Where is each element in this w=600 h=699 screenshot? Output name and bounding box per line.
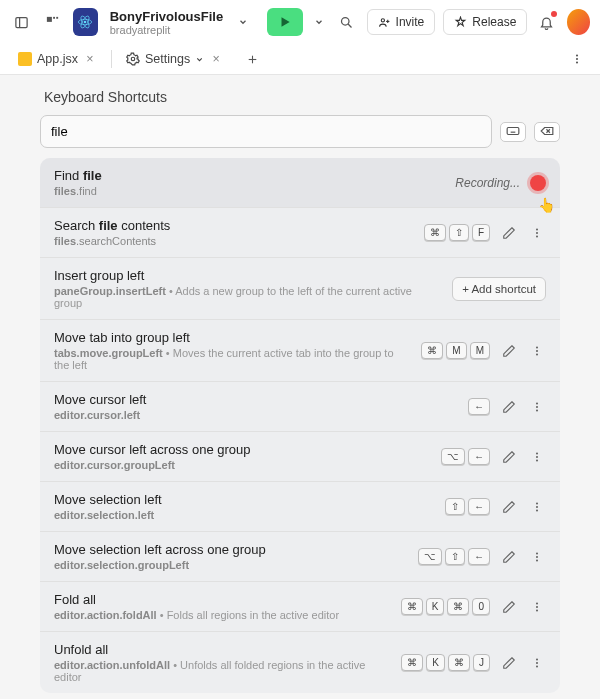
shortcut-row[interactable]: Move selection left across one groupedit… [40, 532, 560, 582]
recording-indicator[interactable]: 👆 [530, 175, 546, 191]
key-badge: J [473, 654, 490, 671]
new-tab-button[interactable] [239, 46, 265, 72]
edit-shortcut-button[interactable] [500, 398, 518, 416]
layout-button[interactable] [41, 9, 64, 35]
project-dropdown-button[interactable] [235, 9, 251, 35]
key-badge: K [426, 598, 445, 615]
shortcut-row[interactable]: Insert group leftpaneGroup.insertLeft • … [40, 258, 560, 320]
release-label: Release [472, 15, 516, 29]
notification-dot [551, 11, 557, 17]
react-icon [77, 14, 93, 30]
run-button[interactable] [267, 8, 303, 36]
shortcut-more-button[interactable] [528, 224, 546, 242]
shortcut-more-button[interactable] [528, 654, 546, 672]
shortcut-title: Move cursor left across one group [54, 442, 431, 457]
svg-marker-9 [282, 17, 290, 26]
shortcut-title: Move selection left [54, 492, 435, 507]
shortcut-title: Move cursor left [54, 392, 458, 407]
shortcut-more-button[interactable] [528, 342, 546, 360]
shortcut-command: files.find [54, 185, 445, 197]
shortcut-row[interactable]: Search file contentsfiles.searchContents… [40, 208, 560, 258]
edit-shortcut-button[interactable] [500, 498, 518, 516]
notifications-button[interactable] [535, 9, 558, 35]
chevron-down-icon [314, 17, 324, 27]
key-badge: F [472, 224, 490, 241]
invite-button[interactable]: Invite [367, 9, 436, 35]
shortcut-more-button[interactable] [528, 598, 546, 616]
clear-search-button[interactable] [534, 122, 560, 142]
svg-point-34 [536, 353, 538, 355]
add-shortcut-button[interactable]: + Add shortcut [452, 277, 546, 301]
edit-shortcut-button[interactable] [500, 598, 518, 616]
shortcut-title: Insert group left [54, 268, 442, 283]
edit-shortcut-button[interactable] [500, 448, 518, 466]
svg-point-35 [536, 402, 538, 404]
shortcut-command: editor.action.unfoldAll • Unfolds all fo… [54, 659, 391, 683]
project-info[interactable]: BonyFrivolousFile bradyatreplit [110, 9, 223, 36]
close-icon[interactable]: × [209, 52, 223, 66]
tab-overflow-button[interactable] [564, 46, 590, 72]
plus-icon [246, 53, 259, 66]
shortcut-title: Move tab into group left [54, 330, 411, 345]
shortcut-more-button[interactable] [528, 498, 546, 516]
shortcut-row[interactable]: Move selection lefteditor.selection.left… [40, 482, 560, 532]
shortcut-row[interactable]: Find filefiles.findRecording...👆 [40, 158, 560, 208]
panel-toggle-button[interactable] [10, 9, 33, 35]
svg-point-37 [536, 409, 538, 411]
chevron-down-icon [195, 55, 204, 64]
shortcut-command: paneGroup.insertLeft • Adds a new group … [54, 285, 442, 309]
svg-point-52 [536, 665, 538, 667]
shortcut-command: editor.selection.left [54, 509, 435, 521]
shortcut-command: editor.action.foldAll • Folds all region… [54, 609, 391, 621]
pencil-icon [502, 600, 516, 614]
shortcut-row[interactable]: Unfold alleditor.action.unfoldAll • Unfo… [40, 632, 560, 693]
shortcut-row[interactable]: Fold alleditor.action.foldAll • Folds al… [40, 582, 560, 632]
tab-settings[interactable]: Settings × [118, 44, 231, 74]
edit-shortcut-button[interactable] [500, 224, 518, 242]
key-badge: ⌥ [418, 548, 442, 565]
search-button[interactable] [335, 9, 358, 35]
shortcut-more-button[interactable] [528, 548, 546, 566]
shortcut-search-input[interactable] [40, 115, 492, 148]
run-dropdown-button[interactable] [311, 9, 327, 35]
tab-label: App.jsx [37, 52, 78, 66]
close-icon[interactable]: × [83, 52, 97, 66]
shortcut-info: Insert group leftpaneGroup.insertLeft • … [54, 268, 442, 309]
tab-divider [111, 50, 112, 68]
key-badge: ← [468, 398, 490, 415]
svg-point-33 [536, 349, 538, 351]
edit-shortcut-button[interactable] [500, 342, 518, 360]
release-button[interactable]: Release [443, 9, 527, 35]
shortcut-more-button[interactable] [528, 398, 546, 416]
svg-point-47 [536, 602, 538, 604]
svg-point-30 [536, 231, 538, 233]
invite-icon [378, 16, 391, 29]
keyboard-icon [506, 126, 520, 136]
svg-point-44 [536, 552, 538, 554]
svg-rect-21 [507, 127, 519, 134]
shortcut-command: editor.cursor.groupLeft [54, 459, 431, 471]
js-file-icon [18, 52, 32, 66]
svg-point-46 [536, 559, 538, 561]
shortcut-row[interactable]: Move cursor left across one groupeditor.… [40, 432, 560, 482]
svg-point-51 [536, 661, 538, 663]
keyboard-filter-button[interactable] [500, 122, 526, 142]
shortcut-more-button[interactable] [528, 448, 546, 466]
layout-icon [45, 15, 60, 30]
edit-shortcut-button[interactable] [500, 654, 518, 672]
shortcut-keys: ⌘K⌘J [401, 654, 490, 671]
user-avatar[interactable] [567, 9, 590, 35]
project-icon[interactable] [73, 8, 98, 36]
svg-point-12 [381, 18, 384, 21]
key-badge: ⇧ [445, 498, 465, 515]
shortcut-row[interactable]: Move cursor lefteditor.cursor.left← [40, 382, 560, 432]
key-badge: ⇧ [445, 548, 465, 565]
shortcut-command: editor.selection.groupLeft [54, 559, 408, 571]
shortcut-title: Find file [54, 168, 445, 183]
shortcut-title: Unfold all [54, 642, 391, 657]
key-badge: ⌥ [441, 448, 465, 465]
tab-app-jsx[interactable]: App.jsx × [10, 44, 105, 74]
edit-shortcut-button[interactable] [500, 548, 518, 566]
svg-point-50 [536, 658, 538, 660]
shortcut-row[interactable]: Move tab into group lefttabs.move.groupL… [40, 320, 560, 382]
